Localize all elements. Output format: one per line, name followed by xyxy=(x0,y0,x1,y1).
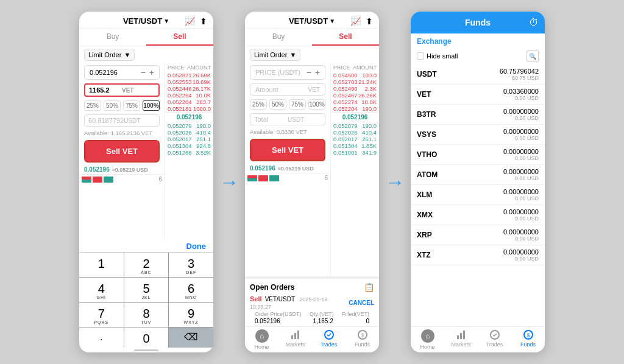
fund-amounts-xlm: 0.00000000 0.00 USD xyxy=(503,188,539,201)
key-6[interactable]: 6MNO xyxy=(169,278,213,302)
minus-icon2[interactable]: − xyxy=(307,68,311,77)
key-5[interactable]: 5JKL xyxy=(124,278,169,302)
order-type-select2[interactable]: Limit Order ▼ xyxy=(250,49,300,61)
fund-row-xrp[interactable]: XRP 0.00000000 0.00 USD xyxy=(411,225,545,245)
ob2-ask-2[interactable]: 0.0524902.3K xyxy=(331,85,379,92)
pct-25[interactable]: 25% xyxy=(84,100,101,111)
search-icon-box[interactable]: 🔍 xyxy=(526,50,539,62)
pct-75[interactable]: 75% xyxy=(123,100,140,111)
price-input-row[interactable]: 0.052196 − + xyxy=(84,65,160,80)
ob2-bid-1[interactable]: 0.052026410.4 xyxy=(331,129,379,136)
fund-usd-xmx: 0.00 USD xyxy=(503,215,539,222)
tab-sell2[interactable]: Sell xyxy=(312,29,379,46)
fund-row-atom[interactable]: ATOM 0.00000000 0.00 USD xyxy=(411,165,545,185)
nav-funds3[interactable]: $ Funds xyxy=(511,329,545,350)
nav-trades2[interactable]: Trades xyxy=(312,329,346,350)
ob2-ask-5[interactable]: 0.052204190.0 xyxy=(331,105,379,112)
ob-icon-buy2[interactable] xyxy=(269,175,279,181)
key-0[interactable]: 0 xyxy=(124,327,169,348)
key-9[interactable]: 9WXYZ xyxy=(169,303,213,327)
key-2[interactable]: 2ABC xyxy=(124,253,169,277)
key-backspace[interactable]: ⌫ xyxy=(169,327,213,348)
pct-50b[interactable]: 50% xyxy=(269,99,286,110)
tab-sell[interactable]: Sell xyxy=(146,29,213,46)
fund-row-vsys[interactable]: VSYS 0.00000000 0.00 USD xyxy=(411,125,545,145)
fund-row-vtho[interactable]: VTHO 0.00000000 0.00 USD xyxy=(411,145,545,165)
ob2-bid-3[interactable]: 0.0513041.85K xyxy=(331,142,379,149)
fund-row-usdt[interactable]: USDT 60.75796042 60.75 USD xyxy=(411,65,545,85)
tab-buy[interactable]: Buy xyxy=(79,29,146,46)
ob2-ask-0[interactable]: 0.054500100.0 xyxy=(331,72,379,79)
sell-button[interactable]: Sell VET xyxy=(84,140,160,163)
ob2-bid-4[interactable]: 0.051001341.9 xyxy=(331,149,379,156)
fund-usd-vsys: 0.00 USD xyxy=(503,135,539,141)
minus-icon[interactable]: − xyxy=(141,68,146,77)
key-4[interactable]: 4GHI xyxy=(79,278,124,302)
ob-bid-3[interactable]: 0.051304924.8 xyxy=(165,142,213,149)
pct-50[interactable]: 50% xyxy=(104,100,121,111)
amount-input-row2[interactable]: Amount VET xyxy=(250,83,325,96)
ob-bid-4[interactable]: 0.0512663.52K xyxy=(165,149,213,156)
ob-bid-0[interactable]: 0.052079190.0 xyxy=(165,122,213,129)
key-1[interactable]: 1 xyxy=(79,253,124,277)
plus-icon2[interactable]: + xyxy=(315,68,320,77)
ob-icon-full2[interactable] xyxy=(247,175,257,181)
nav-trades3[interactable]: Trades xyxy=(478,329,511,350)
amount-input-row[interactable]: 1165.2 VET xyxy=(84,83,160,97)
cancel-button[interactable]: CANCEL xyxy=(349,299,374,306)
ob-ask-2[interactable]: 0.05244626.17K xyxy=(165,85,213,92)
nav-home3[interactable]: ⌂ Home xyxy=(411,329,444,350)
fund-row-xtz[interactable]: XTZ 0.00000000 0.00 USD xyxy=(411,245,545,265)
hide-small-checkbox[interactable] xyxy=(417,52,424,60)
share-icon2[interactable]: ⬆ xyxy=(366,16,373,26)
ob2-ask-1[interactable]: 0.05270321.24K xyxy=(331,79,379,85)
ob-ask-0[interactable]: 0.05282126.68K xyxy=(165,72,213,79)
chart-icon2[interactable]: 📈 xyxy=(350,16,361,26)
sell-button2[interactable]: Sell VET xyxy=(250,139,325,161)
ob-ask-1[interactable]: 0.05255310.69K xyxy=(165,79,213,85)
ob-bid-2[interactable]: 0.052017251.1 xyxy=(165,136,213,142)
nav-funds2[interactable]: $ Funds xyxy=(346,329,379,350)
home-icon3: ⌂ xyxy=(421,329,434,343)
key-3[interactable]: 3DEF xyxy=(169,253,213,277)
pct-100b[interactable]: 100% xyxy=(308,99,325,110)
ob-icon-sell[interactable] xyxy=(93,177,102,183)
order-type-select[interactable]: Limit Order ▼ xyxy=(84,49,135,61)
ob-ask-4[interactable]: 0.052204283.7 xyxy=(165,99,213,105)
ob-icon-sell2[interactable] xyxy=(258,175,268,181)
pct-75b[interactable]: 75% xyxy=(289,99,306,110)
ob-bid-1[interactable]: 0.052026410.4 xyxy=(165,129,213,136)
fund-row-xlm[interactable]: XLM 0.00000000 0.00 USD xyxy=(411,185,545,205)
nav-markets3[interactable]: Markets xyxy=(444,329,478,350)
plus-icon[interactable]: + xyxy=(149,68,154,77)
key-8[interactable]: 8TUV xyxy=(124,303,169,327)
ob2-ask-3[interactable]: 0.05246726.26K xyxy=(331,92,379,99)
done-button[interactable]: Done xyxy=(186,242,207,251)
ob2-ask-4[interactable]: 0.05227410.0K xyxy=(331,99,379,105)
copy-icon[interactable]: 📋 xyxy=(364,282,374,292)
pct-100[interactable]: 100% xyxy=(143,100,160,111)
nav-home2[interactable]: ⌂ Home xyxy=(245,329,278,350)
fund-row-b3tr[interactable]: B3TR 0.00000000 0.00 USD xyxy=(411,105,545,125)
tab-buy2[interactable]: Buy xyxy=(245,29,312,46)
fund-amounts-xmx: 0.00000000 0.00 USD xyxy=(503,208,539,222)
ob-icon-buy[interactable] xyxy=(104,177,113,183)
ob2-bid-0[interactable]: 0.052079190.0 xyxy=(331,122,379,129)
dropdown-icon2[interactable]: ▼ xyxy=(329,18,335,24)
share-icon[interactable]: ⬆ xyxy=(200,16,207,26)
key-7[interactable]: 7PQRS xyxy=(79,303,124,327)
fund-row-vet[interactable]: VET 0.03360000 0.00 USD xyxy=(411,85,545,105)
ob-ask-5[interactable]: 0.0521811000.0 xyxy=(165,105,213,112)
ob-ask-3[interactable]: 0.05225410.0K xyxy=(165,92,213,99)
ob2-bid-2[interactable]: 0.052017251.1 xyxy=(331,136,379,142)
nav-markets2[interactable]: Markets xyxy=(278,329,312,350)
fund-row-xmx[interactable]: XMX 0.00000000 0.00 USD xyxy=(411,205,545,225)
home-indicator-bar xyxy=(79,348,213,352)
key-dot[interactable]: . xyxy=(79,327,124,348)
ob-icon-full[interactable] xyxy=(82,177,91,183)
pct-25b[interactable]: 25% xyxy=(250,99,267,110)
chart-icon[interactable]: 📈 xyxy=(185,16,195,26)
dropdown-icon[interactable]: ▼ xyxy=(163,18,169,24)
price-input-row2[interactable]: PRICE (USDT) − + xyxy=(250,65,325,80)
clock-icon[interactable]: ⏱ xyxy=(529,17,539,27)
